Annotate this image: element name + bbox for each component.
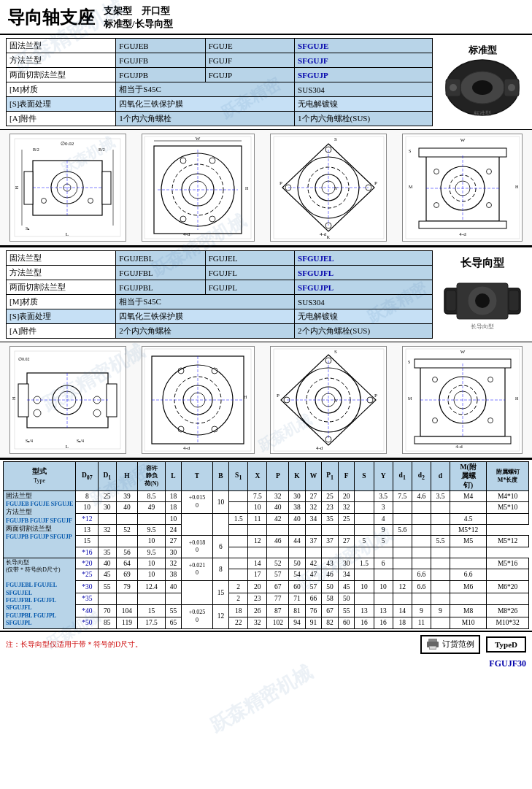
col-y: Y [374,462,393,491]
svg-text:标准型: 标准型 [473,110,491,117]
svg-text:H: H [12,396,16,400]
svg-rect-83 [446,290,456,311]
col-p1: P1 [322,462,339,491]
page-header: 导向轴支座 支架型 开口型 标准型/长导向型 [0,0,532,35]
col-d: d [431,462,450,491]
page-footer: 注：长导向型仅适用于带＊符号的D尺寸。 订货范例 TypeD [0,631,532,657]
svg-rect-88 [18,384,28,417]
svg-text:W: W [460,349,466,355]
product-code: FGUJF30 [0,657,532,672]
footer-actions: 订货范例 TypeD [420,635,526,654]
svg-text:W: W [196,136,201,142]
footer-note: 注：长导向型仅适用于带＊符号的D尺寸。 [6,639,142,650]
svg-text:P: P [280,180,282,186]
drawing-right-std: W H 4-d S M [402,134,523,242]
col-d1s: d1 [393,462,412,491]
svg-rect-12 [24,172,33,204]
svg-rect-89 [107,384,117,417]
svg-text:4-d: 4-d [459,231,466,237]
drawing-side-std: ∅0.02 H L S₁ B/2 B/2 [9,134,126,242]
long-product-image: 长导向型 [439,270,526,332]
svg-text:长导向型: 长导向型 [471,323,494,330]
table-row: *30 55 79 12.4 40 15 2 20 67 60 57 50 45… [4,580,529,593]
drawing-front-long: 4-d H [142,346,255,454]
svg-rect-137 [415,436,511,444]
col-d07: D07 [76,462,99,491]
col-bolt: 附属螺钉M*长度 [487,462,529,491]
svg-text:B/2: B/2 [99,147,105,152]
table-row: 13 32 52 9.5 24 9 5.6 M5*12 [4,525,529,536]
drawing-svg-2: W H 4-d [143,135,252,240]
drawing-svg-7: P P 4-d S Y [272,347,385,453]
svg-rect-84 [509,290,519,311]
table-row: *12 10 1.5 11 42 40 34 35 25 4 4.5 [4,513,529,524]
drawing-svg-4: W H 4-d S M [404,135,521,240]
col-w: W [305,462,321,491]
svg-text:H: H [515,185,519,189]
typed-button[interactable]: TypeD [486,636,526,653]
svg-text:S: S [334,136,337,142]
svg-text:4-d: 4-d [316,445,323,451]
long-info-section: 固法兰型 FGUJEBL FGUJEL SFGUJEL 方法兰型 FGUJFBL… [0,247,532,342]
svg-text:Y: Y [334,398,338,404]
col-h: H [116,462,138,491]
svg-text:H: H [15,185,19,189]
col-s: S [355,462,374,491]
spec-table: 型式Type D07 D1 H 容许静负荷(N) L T B S1 X P K … [3,461,529,629]
col-f: F [338,462,354,491]
svg-text:S: S [409,149,411,153]
svg-text:S₁/4: S₁/4 [77,439,84,443]
svg-point-2 [472,80,493,95]
drawings-row2: ∅0.02 L H S₁/4 S₁/4 4-d H [0,342,532,458]
svg-text:P: P [374,393,377,399]
order-button[interactable]: 订货范例 [420,635,480,654]
std-product-image: 标准型 [439,57,526,119]
table-row: 10 30 40 49 18 10 40 38 32 23 32 3 M5*10 [4,502,529,513]
svg-text:∅0.02: ∅0.02 [61,141,74,147]
svg-text:Y: Y [334,185,338,191]
svg-text:4-d: 4-d [320,231,327,237]
table-row: *50 85 119 17.5 65 22 32 102 94 91 82 60… [4,617,529,628]
table-row: *25 45 69 10 38 17 57 54 47 46 34 6.6 6.… [4,569,529,580]
drawing-front-std: W H 4-d [142,134,255,242]
svg-text:K: K [326,235,330,239]
col-type: 型式Type [4,462,76,491]
table-row: 15 10 27 +0.0180 6 12 46 44 37 37 27 5 5… [4,536,529,547]
data-table-section: 型式Type D07 D1 H 容许静负荷(N) L T B S1 X P K … [0,458,532,631]
svg-rect-64 [419,221,506,228]
svg-text:L: L [66,231,69,237]
svg-text:S₁/4: S₁/4 [26,439,33,443]
std-type-table: 固法兰型 FGUJEB FGUJE SFGUJE 方法兰型 FGUJFB FGU… [6,38,433,126]
svg-text:P: P [277,393,280,399]
drawing-diag-long: P P 4-d S Y [270,346,387,454]
col-l: L [165,462,181,491]
drawing-svg-5: ∅0.02 L H S₁/4 S₁/4 [11,347,124,453]
svg-text:H: H [245,186,249,190]
long-type-table: 固法兰型 FGUJEBL FGUJEL SFGUJEL 方法兰型 FGUJFBL… [6,250,433,339]
drawing-side-long: ∅0.02 L H S₁/4 S₁/4 [9,346,126,454]
svg-rect-13 [102,172,111,204]
svg-text:L: L [66,444,69,450]
col-d1: D1 [99,462,117,491]
svg-text:B/2: B/2 [33,147,39,152]
drawing-svg-1: ∅0.02 H L S₁ B/2 B/2 [11,135,124,240]
svg-text:H: H [244,395,247,399]
svg-rect-87 [27,373,108,428]
std-info-section: 固法兰型 FGUJEB FGUJE SFGUJE 方法兰型 FGUJFB FGU… [0,35,532,129]
col-m: M(附属螺钉) [450,462,487,491]
svg-text:S: S [334,349,337,355]
col-s1: S1 [229,462,248,491]
table-row: 固法兰型 FGUJEB FGUJE SFGUJE 方法兰型 FGUJFB FGU… [4,491,529,502]
printer-icon [426,638,439,651]
svg-text:P: P [374,180,377,186]
col-k: K [289,462,305,491]
svg-rect-156 [430,647,436,648]
drawings-row1: ∅0.02 H L S₁ B/2 B/2 [0,129,532,246]
long-type-area: 长导向型 长导向型 [439,250,526,339]
svg-text:H: H [515,396,519,401]
drawing-svg-3: P P 4-d S Y K [272,135,385,240]
col-x: X [248,462,267,491]
svg-point-82 [475,293,490,308]
table-row: *35 2 23 77 71 66 58 50 [4,593,529,604]
col-b: B [212,462,228,491]
